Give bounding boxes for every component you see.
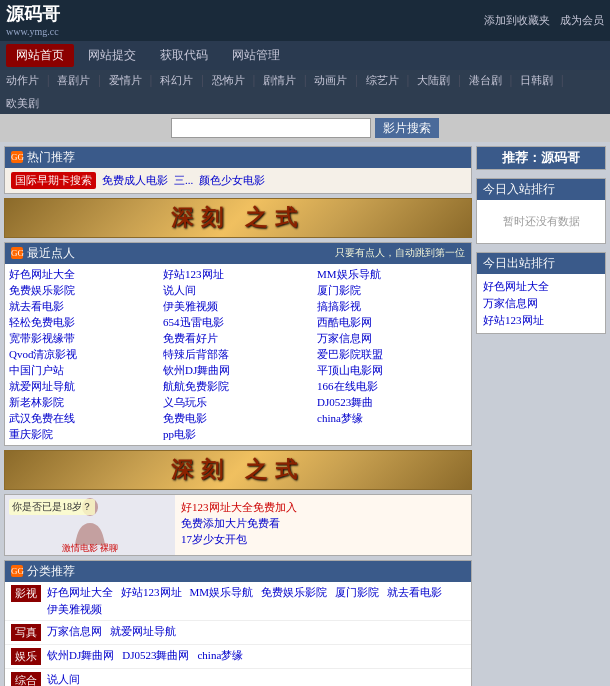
recent-link-28[interactable]: 免费电影 <box>163 411 313 426</box>
banner-1: 深刻 之式 <box>4 198 472 238</box>
cat-link-item-0-6[interactable]: 伊美雅视频 <box>47 602 102 617</box>
cat-row-links-0: 好色网址大全好站123网址MM娱乐导航免费娱乐影院厦门影院就去看电影伊美雅视频 <box>47 585 465 617</box>
cat-link-3[interactable]: 科幻片 <box>160 73 193 88</box>
adult-link-2[interactable]: 免费添加大片免费看 <box>181 515 465 531</box>
nav-item-3[interactable]: 网站管理 <box>222 44 290 67</box>
cat-sep-2: | <box>150 73 152 88</box>
recent-visitors-section: GG 最近点人 只要有点人，自动跳到第一位 好色网址大全好站123网址MM娱乐导… <box>4 242 472 446</box>
cat-link-item-2-1[interactable]: DJ0523舞曲网 <box>122 648 189 663</box>
hot-link-3[interactable]: 颜色少女电影 <box>199 173 265 188</box>
cat-sep-0: | <box>47 73 49 88</box>
recent-link-26[interactable]: DJ0523舞曲 <box>317 395 467 410</box>
recent-link-20[interactable]: 平顶山电影网 <box>317 363 467 378</box>
cat-link-6[interactable]: 动画片 <box>314 73 347 88</box>
cat-link-item-0-4[interactable]: 厦门影院 <box>335 585 379 600</box>
recent-link-5[interactable]: 厦门影院 <box>317 283 467 298</box>
recent-link-8[interactable]: 搞搞影视 <box>317 299 467 314</box>
cat-link-item-2-2[interactable]: china梦缘 <box>197 648 243 663</box>
recent-link-29[interactable]: china梦缘 <box>317 411 467 426</box>
sidebar-today-in-header: 今日入站排行 <box>477 179 605 200</box>
cat-link-item-2-0[interactable]: 钦州DJ舞曲网 <box>47 648 114 663</box>
cat-link-item-0-2[interactable]: MM娱乐导航 <box>190 585 254 600</box>
sidebar-today-in: 今日入站排行 暂时还没有数据 <box>476 178 606 244</box>
today-out-link-0[interactable]: 好色网址大全 <box>483 278 599 295</box>
recent-link-22[interactable]: 航航免费影院 <box>163 379 313 394</box>
cat-link-9[interactable]: 港台剧 <box>469 73 502 88</box>
recent-link-1[interactable]: 好站123网址 <box>163 267 313 282</box>
cat-row-2: 娱乐钦州DJ舞曲网DJ0523舞曲网china梦缘 <box>5 645 471 669</box>
recent-link-11[interactable]: 西酷电影网 <box>317 315 467 330</box>
gg-icon-cat: GG <box>11 565 23 577</box>
adult-link-1[interactable]: 好123网址大全免费加入 <box>181 499 465 515</box>
recent-link-27[interactable]: 武汉免费在线 <box>9 411 159 426</box>
recent-link-12[interactable]: 宽带影视缘带 <box>9 331 159 346</box>
cat-link-10[interactable]: 日韩剧 <box>520 73 553 88</box>
search-input[interactable] <box>171 118 371 138</box>
recent-link-18[interactable]: 中国门户站 <box>9 363 159 378</box>
cat-row-links-3: 说人间 <box>47 672 80 686</box>
add-favorite-link[interactable]: 添加到收藏夹 <box>484 13 550 28</box>
hot-link-2[interactable]: 三... <box>174 173 193 188</box>
cat-link-item-1-1[interactable]: 就爱网址导航 <box>110 624 176 639</box>
recent-visitors-right: 只要有点人，自动跳到第一位 <box>335 246 465 260</box>
recent-link-14[interactable]: 万家信息网 <box>317 331 467 346</box>
recent-link-21[interactable]: 就爱网址导航 <box>9 379 159 394</box>
recent-link-23[interactable]: 166在线电影 <box>317 379 467 394</box>
cat-link-item-1-0[interactable]: 万家信息网 <box>47 624 102 639</box>
cat-link-7[interactable]: 综艺片 <box>366 73 399 88</box>
hot-tag[interactable]: 国际早期卡搜索 <box>11 172 96 189</box>
hot-recommend-label: 热门推荐 <box>27 149 75 166</box>
recent-link-19[interactable]: 钦州DJ舞曲网 <box>163 363 313 378</box>
recent-link-24[interactable]: 新老林影院 <box>9 395 159 410</box>
become-member-link[interactable]: 成为会员 <box>560 13 604 28</box>
nav-item-1[interactable]: 网站提交 <box>78 44 146 67</box>
recent-link-15[interactable]: Qvod清凉影视 <box>9 347 159 362</box>
recent-link-31[interactable]: pp电影 <box>163 427 313 442</box>
today-out-link-1[interactable]: 万家信息网 <box>483 295 599 312</box>
recent-link-10[interactable]: 654迅雷电影 <box>163 315 313 330</box>
recent-link-16[interactable]: 特辣后背部落 <box>163 347 313 362</box>
cat-link-5[interactable]: 剧情片 <box>263 73 296 88</box>
cat-sep-6: | <box>355 73 357 88</box>
hot-link-1[interactable]: 免费成人电影 <box>102 173 168 188</box>
cat-link-8[interactable]: 大陆剧 <box>417 73 450 88</box>
recent-link-3[interactable]: 免费娱乐影院 <box>9 283 159 298</box>
recent-link-9[interactable]: 轻松免费电影 <box>9 315 159 330</box>
sidebar-recommend-title: 推荐：源码哥 <box>477 147 605 169</box>
recent-link-17[interactable]: 爱巴影院联盟 <box>317 347 467 362</box>
recent-link-6[interactable]: 就去看电影 <box>9 299 159 314</box>
nav-item-2[interactable]: 获取代码 <box>150 44 218 67</box>
nav-item-0[interactable]: 网站首页 <box>6 44 74 67</box>
header: 源码哥 www.ymg.cc 添加到收藏夹 成为会员 <box>0 0 610 41</box>
cat-link-item-3-0[interactable]: 说人间 <box>47 672 80 686</box>
cat-sep-3: | <box>201 73 203 88</box>
cat-link-4[interactable]: 恐怖片 <box>212 73 245 88</box>
recent-link-13[interactable]: 免费看好片 <box>163 331 313 346</box>
cat-link-item-0-0[interactable]: 好色网址大全 <box>47 585 113 600</box>
cat-link-0[interactable]: 动作片 <box>6 73 39 88</box>
recent-link-7[interactable]: 伊美雅视频 <box>163 299 313 314</box>
recent-link-4[interactable]: 说人间 <box>163 283 313 298</box>
cat-sep-8: | <box>458 73 460 88</box>
cat-link-item-0-1[interactable]: 好站123网址 <box>121 585 182 600</box>
today-out-link-2[interactable]: 好站123网址 <box>483 312 599 329</box>
cat-recommend-header: GG 分类推荐 <box>5 561 471 582</box>
category-bar: 动作片|喜剧片|爱情片|科幻片|恐怖片|剧情片|动画片|综艺片|大陆剧|港台剧|… <box>0 70 610 114</box>
cat-row-label-1: 写真 <box>11 624 41 641</box>
search-button[interactable]: 影片搜索 <box>375 118 439 138</box>
recent-link-30[interactable]: 重庆影院 <box>9 427 159 442</box>
recent-link-2[interactable]: MM娱乐导航 <box>317 267 467 282</box>
cat-link-1[interactable]: 喜剧片 <box>57 73 90 88</box>
cat-link-11[interactable]: 欧美剧 <box>6 96 39 111</box>
cat-row-label-0: 影视 <box>11 585 41 602</box>
sidebar-recommend: 推荐：源码哥 <box>476 146 606 170</box>
banner-1-text: 深刻 之式 <box>171 203 305 233</box>
cat-link-2[interactable]: 爱情片 <box>109 73 142 88</box>
cat-sep-9: | <box>510 73 512 88</box>
adult-link-3[interactable]: 17岁少女开包 <box>181 531 465 547</box>
recent-link-0[interactable]: 好色网址大全 <box>9 267 159 282</box>
recent-link-25[interactable]: 义乌玩乐 <box>163 395 313 410</box>
cat-link-item-0-5[interactable]: 就去看电影 <box>387 585 442 600</box>
gg-icon-recent: GG <box>11 247 23 259</box>
cat-link-item-0-3[interactable]: 免费娱乐影院 <box>261 585 327 600</box>
